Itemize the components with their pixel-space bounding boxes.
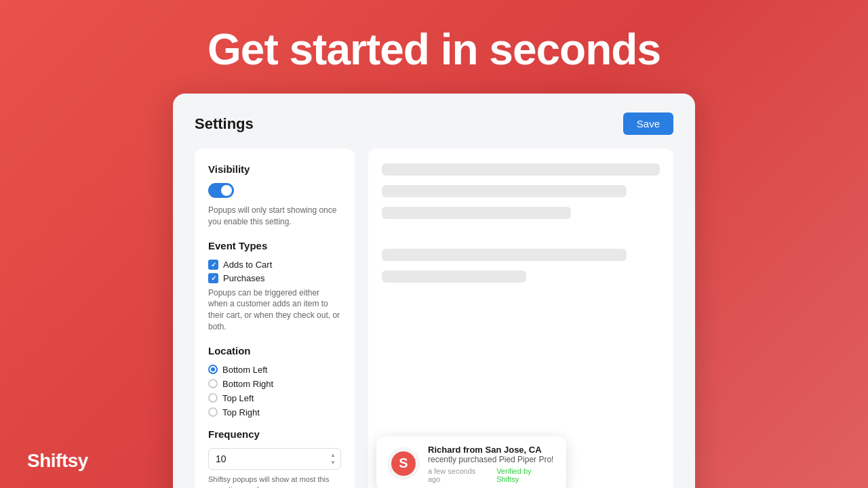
radio-top-left[interactable]: Top Left bbox=[208, 393, 341, 403]
settings-card: Settings Save Visibility Popups will onl… bbox=[173, 94, 695, 488]
checkbox-adds-to-cart-label: Adds to Cart bbox=[223, 260, 272, 270]
radio-top-right-label: Top Right bbox=[222, 407, 260, 418]
notification-verified: Verified by Shiftsy bbox=[496, 467, 555, 483]
visibility-title: Visibility bbox=[208, 163, 341, 175]
radio-top-right[interactable]: Top Right bbox=[208, 407, 341, 418]
notification-footer: a few seconds ago Verified by Shiftsy bbox=[428, 467, 555, 483]
radio-bottom-left[interactable]: Bottom Left bbox=[208, 365, 341, 375]
checkbox-purchases-box[interactable] bbox=[208, 273, 218, 283]
skeleton-bar-5 bbox=[382, 270, 526, 283]
skeleton-bar-2 bbox=[382, 185, 627, 197]
location-title: Location bbox=[208, 345, 341, 357]
frequency-title: Frequency bbox=[208, 428, 341, 440]
visibility-description: Popups will only start showing once you … bbox=[208, 205, 341, 228]
checkbox-adds-to-cart[interactable]: Adds to Cart bbox=[208, 260, 341, 270]
visibility-toggle[interactable] bbox=[208, 183, 234, 198]
settings-body: Visibility Popups will only start showin… bbox=[195, 148, 673, 488]
checkbox-adds-to-cart-box[interactable] bbox=[208, 260, 218, 270]
skeleton-bar-3 bbox=[382, 207, 571, 219]
checkbox-purchases-label: Purchases bbox=[223, 273, 264, 283]
radio-bottom-right[interactable]: Bottom Right bbox=[208, 379, 341, 389]
settings-left-panel: Visibility Popups will only start showin… bbox=[195, 148, 355, 488]
radio-top-left-label: Top Left bbox=[222, 393, 254, 403]
hero-title: Get started in seconds bbox=[208, 24, 660, 75]
notification-content: Richard from San Jose, CA recently purch… bbox=[428, 445, 555, 483]
checkbox-purchases[interactable]: Purchases bbox=[208, 273, 341, 283]
svg-text:S: S bbox=[399, 455, 408, 470]
save-button[interactable]: Save bbox=[623, 113, 673, 135]
notification-time: a few seconds ago bbox=[428, 467, 490, 483]
frequency-input[interactable] bbox=[208, 448, 341, 470]
frequency-down-arrow[interactable]: ▼ bbox=[329, 459, 337, 466]
notification-icon: S bbox=[387, 447, 420, 480]
frequency-section: Frequency ▲ ▼ Shiftsy popups will show a… bbox=[208, 428, 341, 488]
frequency-description: Shiftsy popups will show at most this ma… bbox=[208, 474, 341, 488]
radio-top-left-circle[interactable] bbox=[208, 393, 218, 403]
notification-popup: S Richard from San Jose, CA recently pur… bbox=[376, 436, 566, 488]
notification-action: recently purchased Pied Piper Pro! bbox=[428, 455, 555, 464]
skeleton-bar-4 bbox=[382, 249, 627, 261]
event-types-description: Popups can be triggered either when a cu… bbox=[208, 287, 341, 333]
radio-bottom-left-label: Bottom Left bbox=[222, 365, 267, 375]
frequency-up-arrow[interactable]: ▲ bbox=[329, 451, 337, 458]
frequency-input-wrapper: ▲ ▼ bbox=[208, 448, 341, 470]
frequency-arrows: ▲ ▼ bbox=[329, 451, 337, 466]
notification-name: Richard from San Jose, CA bbox=[428, 445, 555, 455]
skeleton-bar-1 bbox=[382, 163, 660, 176]
settings-header: Settings Save bbox=[195, 113, 673, 135]
radio-bottom-right-circle[interactable] bbox=[208, 379, 218, 388]
radio-bottom-right-label: Bottom Right bbox=[222, 379, 273, 389]
radio-top-right-circle[interactable] bbox=[208, 407, 218, 417]
event-types-section: Event Types Adds to Cart Purchases Popup… bbox=[208, 240, 341, 333]
event-types-title: Event Types bbox=[208, 240, 341, 251]
visibility-section: Visibility Popups will only start showin… bbox=[208, 163, 341, 228]
settings-title: Settings bbox=[195, 115, 254, 133]
settings-right-panel: S Richard from San Jose, CA recently pur… bbox=[368, 148, 673, 488]
shiftsy-logo-icon: S bbox=[391, 451, 416, 476]
radio-bottom-left-circle[interactable] bbox=[208, 365, 218, 374]
location-section: Location Bottom Left Bottom Right Top Le… bbox=[208, 345, 341, 418]
brand-logo: Shiftsy bbox=[27, 450, 88, 472]
